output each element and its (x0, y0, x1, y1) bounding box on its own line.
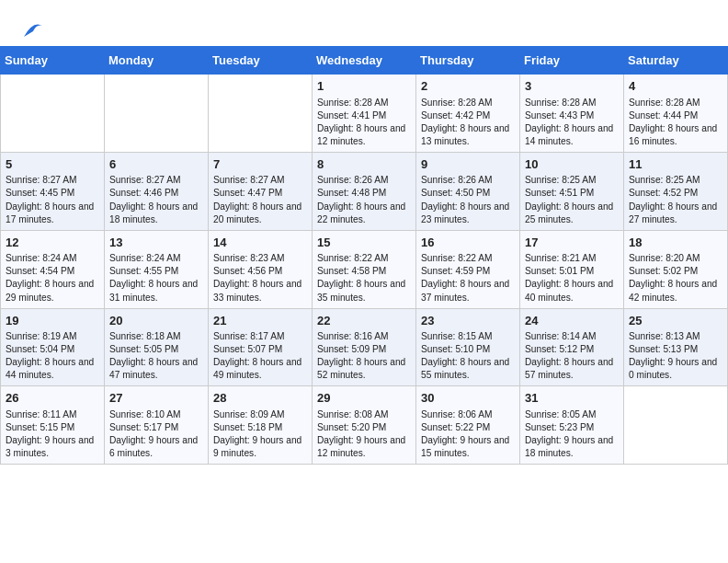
day-number: 30 (421, 390, 515, 407)
daylight-text: Daylight: 8 hours and 44 minutes. (6, 357, 94, 380)
calendar-table: SundayMondayTuesdayWednesdayThursdayFrid… (0, 46, 728, 465)
sunrise-text: Sunrise: 8:15 AM (421, 331, 493, 341)
sunrise-text: Sunrise: 8:17 AM (213, 331, 285, 341)
calendar-cell: 24Sunrise: 8:14 AMSunset: 5:12 PMDayligh… (520, 308, 624, 386)
day-number: 20 (109, 313, 203, 329)
cell-content: Sunrise: 8:23 AMSunset: 4:56 PMDaylight:… (213, 252, 307, 304)
day-number: 9 (421, 156, 515, 173)
sunrise-text: Sunrise: 8:06 AM (421, 409, 493, 419)
sunset-text: Sunset: 4:56 PM (213, 266, 282, 276)
weekday-friday: Friday (520, 47, 624, 75)
sunset-text: Sunset: 4:43 PM (525, 110, 594, 121)
calendar-cell (209, 75, 313, 153)
day-number: 11 (629, 156, 722, 173)
sunset-text: Sunset: 5:17 PM (109, 422, 178, 432)
sunset-text: Sunset: 5:07 PM (213, 344, 282, 354)
day-number: 21 (213, 313, 307, 329)
calendar-week-row: 26Sunrise: 8:11 AMSunset: 5:15 PMDayligh… (1, 386, 728, 465)
sunrise-text: Sunrise: 8:16 AM (317, 331, 389, 341)
calendar-cell (624, 386, 728, 465)
calendar-cell: 19Sunrise: 8:19 AMSunset: 5:04 PMDayligh… (1, 308, 105, 386)
calendar-cell: 18Sunrise: 8:20 AMSunset: 5:02 PMDayligh… (624, 230, 728, 308)
day-number: 31 (525, 390, 619, 407)
sunrise-text: Sunrise: 8:14 AM (525, 331, 597, 341)
page: SundayMondayTuesdayWednesdayThursdayFrid… (0, 0, 728, 563)
daylight-text: Daylight: 8 hours and 37 minutes. (421, 279, 509, 302)
sunset-text: Sunset: 5:13 PM (629, 344, 698, 354)
sunrise-text: Sunrise: 8:25 AM (525, 175, 597, 185)
weekday-saturday: Saturday (624, 47, 728, 75)
daylight-text: Daylight: 9 hours and 12 minutes. (317, 435, 405, 458)
calendar-cell: 6Sunrise: 8:27 AMSunset: 4:46 PMDaylight… (105, 152, 209, 230)
cell-content: Sunrise: 8:28 AMSunset: 4:41 PMDaylight:… (317, 97, 411, 148)
calendar-cell: 8Sunrise: 8:26 AMSunset: 4:48 PMDaylight… (313, 152, 416, 230)
day-number: 22 (317, 313, 411, 329)
cell-content: Sunrise: 8:11 AMSunset: 5:15 PMDaylight:… (6, 408, 99, 460)
daylight-text: Daylight: 8 hours and 29 minutes. (6, 279, 94, 302)
sunset-text: Sunset: 4:51 PM (525, 188, 594, 198)
sunset-text: Sunset: 5:09 PM (317, 344, 386, 354)
sunset-text: Sunset: 5:22 PM (421, 422, 490, 432)
header (0, 0, 728, 46)
cell-content: Sunrise: 8:06 AMSunset: 5:22 PMDaylight:… (421, 408, 515, 460)
sunrise-text: Sunrise: 8:20 AM (629, 253, 700, 263)
sunrise-text: Sunrise: 8:28 AM (421, 98, 493, 108)
daylight-text: Daylight: 8 hours and 42 minutes. (629, 279, 717, 302)
sunset-text: Sunset: 4:58 PM (317, 266, 386, 276)
logo (18, 17, 46, 39)
day-number: 24 (525, 313, 619, 329)
day-number: 18 (629, 235, 722, 251)
calendar-cell: 1Sunrise: 8:28 AMSunset: 4:41 PMDaylight… (313, 75, 416, 153)
calendar-cell: 22Sunrise: 8:16 AMSunset: 5:09 PMDayligh… (313, 308, 416, 386)
sunset-text: Sunset: 4:54 PM (6, 266, 74, 276)
sunset-text: Sunset: 4:48 PM (317, 188, 386, 198)
sunset-text: Sunset: 5:05 PM (109, 344, 178, 354)
cell-content: Sunrise: 8:22 AMSunset: 4:58 PMDaylight:… (317, 252, 411, 304)
cell-content: Sunrise: 8:27 AMSunset: 4:46 PMDaylight:… (109, 174, 203, 225)
cell-content: Sunrise: 8:22 AMSunset: 4:59 PMDaylight:… (421, 252, 515, 304)
calendar-cell: 13Sunrise: 8:24 AMSunset: 4:55 PMDayligh… (105, 230, 209, 308)
sunset-text: Sunset: 4:59 PM (421, 266, 490, 276)
sunrise-text: Sunrise: 8:28 AM (525, 98, 597, 108)
calendar-cell (1, 75, 105, 153)
cell-content: Sunrise: 8:13 AMSunset: 5:13 PMDaylight:… (629, 330, 722, 382)
sunset-text: Sunset: 5:10 PM (421, 344, 490, 354)
weekday-monday: Monday (105, 47, 209, 75)
day-number: 27 (109, 390, 203, 407)
sunrise-text: Sunrise: 8:11 AM (6, 409, 77, 419)
cell-content: Sunrise: 8:25 AMSunset: 4:51 PMDaylight:… (525, 174, 619, 225)
sunset-text: Sunset: 4:55 PM (109, 266, 178, 276)
daylight-text: Daylight: 8 hours and 35 minutes. (317, 279, 405, 302)
cell-content: Sunrise: 8:26 AMSunset: 4:50 PMDaylight:… (421, 174, 515, 225)
calendar-cell: 3Sunrise: 8:28 AMSunset: 4:43 PMDaylight… (520, 75, 624, 153)
day-number: 2 (421, 78, 515, 95)
day-number: 4 (629, 78, 722, 95)
sunrise-text: Sunrise: 8:05 AM (525, 409, 597, 419)
daylight-text: Daylight: 9 hours and 15 minutes. (421, 435, 509, 458)
sunset-text: Sunset: 4:52 PM (629, 188, 698, 198)
sunset-text: Sunset: 5:12 PM (525, 344, 594, 354)
cell-content: Sunrise: 8:18 AMSunset: 5:05 PMDaylight:… (109, 330, 203, 382)
calendar-cell: 15Sunrise: 8:22 AMSunset: 4:58 PMDayligh… (313, 230, 416, 308)
calendar-cell: 7Sunrise: 8:27 AMSunset: 4:47 PMDaylight… (209, 152, 313, 230)
cell-content: Sunrise: 8:21 AMSunset: 5:01 PMDaylight:… (525, 252, 619, 304)
sunrise-text: Sunrise: 8:10 AM (109, 409, 181, 419)
daylight-text: Daylight: 8 hours and 13 minutes. (421, 123, 509, 146)
sunset-text: Sunset: 5:02 PM (629, 266, 698, 276)
weekday-header-row: SundayMondayTuesdayWednesdayThursdayFrid… (1, 47, 728, 75)
sunrise-text: Sunrise: 8:24 AM (109, 253, 181, 263)
daylight-text: Daylight: 8 hours and 31 minutes. (109, 279, 198, 302)
daylight-text: Daylight: 8 hours and 16 minutes. (629, 123, 717, 146)
calendar-cell: 31Sunrise: 8:05 AMSunset: 5:23 PMDayligh… (520, 386, 624, 465)
day-number: 15 (317, 235, 411, 251)
day-number: 16 (421, 235, 515, 251)
day-number: 19 (6, 313, 99, 329)
sunrise-text: Sunrise: 8:09 AM (213, 409, 285, 419)
weekday-sunday: Sunday (1, 47, 105, 75)
sunset-text: Sunset: 5:20 PM (317, 422, 386, 432)
sunset-text: Sunset: 5:15 PM (6, 422, 74, 432)
logo-icon (20, 17, 46, 42)
sunrise-text: Sunrise: 8:24 AM (6, 253, 77, 263)
day-number: 6 (109, 156, 203, 173)
calendar-cell: 17Sunrise: 8:21 AMSunset: 5:01 PMDayligh… (520, 230, 624, 308)
